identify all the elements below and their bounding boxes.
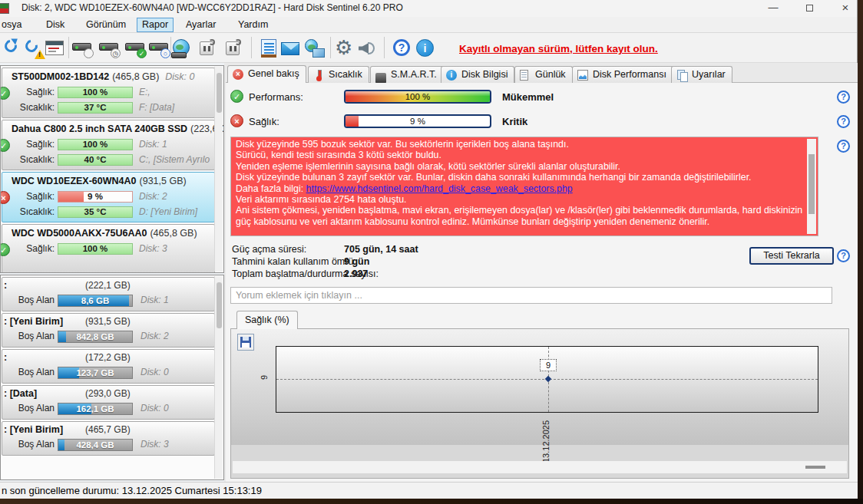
x-axis-label: 13.12.2025 — [541, 415, 554, 463]
help-icon[interactable]: ? — [837, 115, 850, 128]
partition-item[interactable]: : (222,1 GB) Boş Alan 8,6 GB Disk: 1 — [2, 277, 215, 311]
document-icon — [520, 70, 528, 81]
temperature-bar: 37 °C — [58, 102, 133, 114]
sounds-icon[interactable] — [355, 37, 379, 60]
disk-item[interactable]: ✓ WDC WD5000AAKX-75U6AA0(465,8 GB) Sağlı… — [2, 224, 215, 273]
menu-view[interactable]: Görünüm — [81, 18, 131, 32]
free-space-row: Boş Alan 8,6 GB Disk: 1 — [2, 295, 214, 308]
remaining-lifetime-row: Tahmini kalan kullanım ömrü:9 gün — [232, 256, 616, 268]
disk-list-scrollbar[interactable] — [214, 67, 223, 272]
disk-item[interactable]: ✓ Dahua C800 2.5 inch SATA 240GB SSD(223… — [2, 120, 215, 170]
chart-scrollbar[interactable] — [233, 461, 847, 473]
remove-disk-icon[interactable] — [222, 37, 245, 60]
tab-disk-performance[interactable]: Disk Performansı — [572, 66, 673, 83]
disk-item[interactable]: ✓ ST500DM002-1BD142(465,8 GB)Disk: 0 Sağ… — [2, 68, 215, 118]
usage-bar: 162,1 GB — [58, 403, 133, 415]
disk-title: WDC WD10EZEX-60WN4A0(931,5 GB) — [12, 176, 187, 186]
temperature-row: Sıcaklık: 40 °C C:, [Sistem Ayrılo — [2, 154, 214, 167]
comment-input[interactable] — [230, 287, 832, 304]
toolbar-separator — [251, 37, 252, 58]
tab-smart[interactable]: S.M.A.R.T. — [370, 66, 444, 83]
disk-schedule-icon[interactable]: ◷ — [98, 37, 121, 60]
disk-title: ST500DM002-1BD142(465,8 GB)Disk: 0 — [12, 71, 195, 82]
health-bar: 100 % — [58, 243, 133, 255]
tab-temperature[interactable]: Sıcaklık — [308, 66, 369, 83]
app-window: Disk: 2, WDC WD10EZEX-60WN4A0 [WD-WCC6Y2… — [0, 0, 858, 499]
menu-disk[interactable]: Disk — [41, 18, 69, 32]
partition-item[interactable]: : [Yeni Birim] (931,5 GB) Boş Alan 842,8… — [2, 313, 215, 348]
network-disk-icon[interactable] — [170, 37, 193, 60]
temperature-row: Sıcaklık: 35 °C D: [Yeni Birim] — [2, 206, 214, 219]
refresh-icon[interactable] — [2, 37, 25, 60]
menu-help[interactable]: Yardım — [233, 18, 273, 32]
refresh-warning-icon[interactable] — [22, 37, 45, 60]
partition-item[interactable]: : [Yeni Birim] (465,7 GB) Boş Alan 428,4… — [2, 421, 215, 456]
tab-disk-info[interactable]: iDisk Bilgisi — [441, 66, 514, 83]
health-row: Sağlık: 9 % Disk: 2 — [2, 191, 214, 204]
disk-item-selected[interactable]: × WDC WD10EZEX-60WN4A0(931,5 GB) Sağlık:… — [2, 172, 215, 222]
thermometer-icon — [313, 70, 324, 81]
status-bar: n son güncelleme durumu: 13.12.2025 Cuma… — [0, 482, 858, 499]
minimize-button[interactable]: — — [756, 0, 791, 17]
usage-bar: 428,4 GB — [58, 439, 133, 451]
error-status-icon: × — [230, 114, 243, 127]
partition-list-scrollbar[interactable] — [214, 276, 223, 479]
health-chart-panel: 9 9 13.12.2025 — [230, 328, 849, 479]
journal-icon[interactable] — [257, 37, 280, 60]
warning-line: Disk yüzeyinde 595 bozuk sektör var. Bu … — [236, 139, 804, 150]
settings-gear-icon[interactable]: ⚙ — [334, 37, 357, 60]
menu-report[interactable]: Rapor — [137, 18, 174, 32]
scrollbar-thumb[interactable] — [808, 154, 815, 214]
app-icon — [0, 3, 9, 14]
window-title: Disk: 2, WDC WD10EZEX-60WN4A0 [WD-WCC6Y2… — [21, 2, 403, 13]
disk-status-icon[interactable] — [71, 37, 94, 60]
start-stop-count-row: Toplam başlatma/durdurma sayısı:2.937 — [232, 268, 616, 281]
help-icon[interactable]: ? — [837, 140, 850, 153]
help-icon[interactable]: ? — [837, 249, 850, 262]
help-icon[interactable]: ? — [391, 37, 414, 60]
tab-alerts[interactable]: Uyarılar — [671, 66, 732, 83]
partition-item[interactable]: : [Data] (293,0 GB) Boş Alan 162,1 GB Di… — [2, 385, 215, 420]
health-bar-critical: 9 % — [58, 191, 133, 203]
partition-list: : (222,1 GB) Boş Alan 8,6 GB Disk: 1 — [0, 275, 224, 480]
retest-button[interactable]: Testi Tekrarla — [749, 247, 834, 265]
health-chart-tab[interactable]: Sağlık (%) — [236, 311, 298, 329]
scrollbar-thumb[interactable] — [805, 466, 825, 469]
screen: Disk: 2, WDC WD10EZEX-60WN4A0 [WD-WCC6Y2… — [0, 0, 863, 504]
registration-notice-link[interactable]: Kayıtlı olmayan sürüm, lütfen kayıt olun… — [459, 43, 658, 54]
menu-bar: osya Disk Görünüm Rapor Ayarlar Yardım — [0, 17, 857, 33]
warning-scrollbar[interactable] — [807, 139, 816, 234]
scrollbar-thumb[interactable] — [217, 73, 222, 113]
disk-title: Dahua C800 2.5 inch SATA 240GB SSD(223,6… — [12, 124, 224, 134]
info-icon[interactable]: i — [414, 37, 437, 60]
warning-line: Yeniden eşleme işlemlerinin sayısına bağ… — [236, 161, 804, 172]
save-chart-icon[interactable] — [237, 334, 254, 351]
pages-icon — [676, 70, 687, 81]
warning-line: Sürücü, kendi testi sırasında 3 kötü sek… — [236, 150, 804, 160]
network-monitor-icon[interactable] — [303, 37, 326, 60]
warning-line: Veri aktarımı sırasında 2754 hata oluştu… — [236, 194, 804, 205]
menu-file[interactable]: osya — [0, 18, 26, 32]
warning-textbox[interactable]: Disk yüzeyinde 595 bozuk sektör var. Bu … — [230, 137, 818, 236]
tab-log[interactable]: Günlük — [514, 66, 573, 83]
toolbar-separator — [330, 37, 331, 58]
maximize-button[interactable] — [792, 0, 827, 17]
disk-list: ✓ ST500DM002-1BD142(465,8 GB)Disk: 0 Sağ… — [0, 65, 224, 273]
usage-bar: 123,7 GB — [58, 367, 133, 379]
partition-item[interactable]: : (172,2 GB) Boş Alan 123,7 GB Disk: 0 — [2, 349, 215, 384]
disk-test-icon[interactable]: ✓ — [124, 37, 147, 60]
health-row: Sağlık: 100 % E:, — [2, 87, 214, 100]
help-icon[interactable]: ? — [837, 91, 850, 104]
health-row: Sağlık: 100 % Disk: 1 — [2, 139, 214, 152]
scrollbar-thumb[interactable] — [217, 282, 222, 328]
chart-data-point[interactable] — [545, 376, 551, 382]
titlebar: Disk: 2, WDC WD10EZEX-60WN4A0 [WD-WCC6Y2… — [0, 0, 857, 17]
tab-overview[interactable]: ×Genel bakış — [227, 65, 306, 83]
ok-status-icon: ✓ — [230, 90, 243, 103]
menu-settings[interactable]: Ayarlar — [181, 18, 220, 32]
disk-analyze-icon[interactable]: ○ — [147, 37, 170, 60]
email-icon[interactable] — [279, 37, 302, 60]
report-icon[interactable] — [43, 37, 66, 60]
more-info-link[interactable]: https://www.hdsentinel.com/hard_disk_cas… — [306, 183, 573, 194]
connect-disk-icon[interactable] — [196, 37, 219, 60]
